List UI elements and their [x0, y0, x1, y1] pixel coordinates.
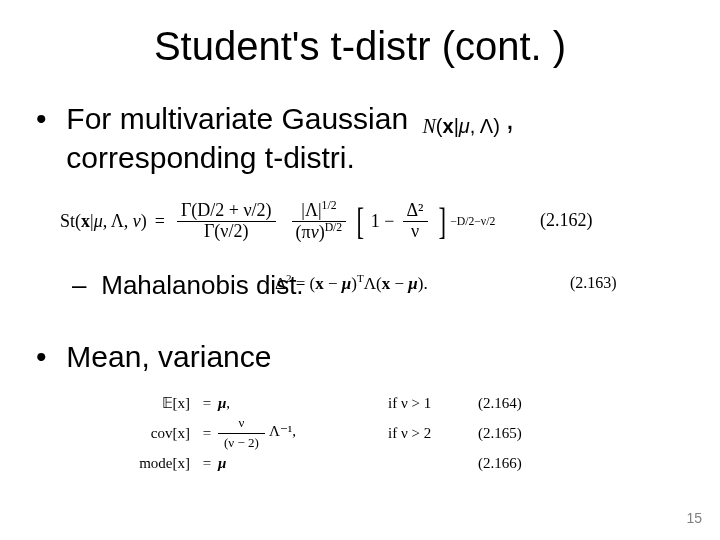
- cov-lhs: cov[x]: [120, 423, 196, 444]
- bullet-mean-variance: • Mean, variance: [36, 340, 271, 374]
- left-bracket-icon: [: [357, 202, 365, 240]
- cov-frac-den: (ν − 2): [218, 434, 265, 452]
- equation-2-163: Δ2 = (x − μ)TΛ(x − μ).: [275, 272, 428, 294]
- equation-number-2-166: (2.166): [478, 453, 548, 474]
- equation-number-2-163: (2.163): [570, 274, 617, 292]
- cov-frac-num: ν: [218, 414, 265, 433]
- equation-number-2-164: (2.164): [478, 393, 548, 414]
- cov-rhs: ν (ν − 2) Λ⁻¹,: [218, 414, 388, 451]
- mean-variance-equations: 𝔼[x] = μ, if ν > 1 (2.164) cov[x] = ν (ν…: [120, 388, 548, 478]
- eq162-exponent: −D/2−ν/2: [450, 215, 495, 228]
- bullet-mahalanobis-text: Mahalanobis dist.: [101, 270, 303, 300]
- slide: Student's t-distr (cont. ) • For multiva…: [0, 0, 720, 540]
- eq162-bracket-inner: 1 − Δ² ν: [371, 201, 432, 242]
- mode-lhs: mode[x]: [120, 453, 196, 474]
- equation-2-162: St(x|μ, Λ, ν) = Γ(D/2 + ν/2) Γ(ν/2) |Λ|1…: [60, 200, 495, 243]
- slide-title: Student's t-distr (cont. ): [0, 24, 720, 69]
- mode-rhs: μ: [218, 453, 388, 474]
- equals-icon-2: =: [196, 423, 218, 444]
- bullet-mean-variance-text: Mean, variance: [66, 340, 271, 373]
- expectation-cond: if ν > 1: [388, 393, 478, 414]
- expectation-rhs: μ,: [218, 393, 388, 414]
- eq162-det-frac: |Λ|1/2 (πν)D/2: [292, 200, 347, 243]
- cov-cond: if ν > 2: [388, 423, 478, 444]
- equals-icon: =: [196, 393, 218, 414]
- bullet-dot-icon-2: •: [36, 340, 58, 374]
- eq162-gamma-frac: Γ(D/2 + ν/2) Γ(ν/2): [177, 201, 276, 242]
- bullet-text-a: For multivariate Gaussian: [66, 102, 408, 135]
- eq-2-165: cov[x] = ν (ν − 2) Λ⁻¹, if ν > 2 (2.165): [120, 418, 548, 448]
- bullet-multivariate-body: For multivariate Gaussian N(x|μ, Λ) , co…: [66, 100, 686, 177]
- eq162-gamma-den: Γ(ν/2): [177, 222, 276, 242]
- bullet-dot-icon: •: [36, 100, 58, 138]
- eq162-det-den: (πν)D/2: [292, 222, 347, 243]
- eq162-det-num: |Λ|1/2: [292, 200, 347, 222]
- cov-frac: ν (ν − 2): [218, 414, 265, 451]
- bullet-mahalanobis: – Mahalanobis dist.: [72, 270, 304, 301]
- dash-icon: –: [72, 270, 94, 301]
- bullet-multivariate: • For multivariate Gaussian N(x|μ, Λ) , …: [36, 100, 686, 177]
- eq162-delta-frac: Δ² ν: [403, 201, 428, 242]
- eq162-lhs: St(x|μ, Λ, ν): [60, 211, 147, 232]
- eq-2-166: mode[x] = μ (2.166): [120, 448, 548, 478]
- cov-tail: Λ⁻¹,: [269, 423, 296, 439]
- equation-number-2-165: (2.165): [478, 423, 548, 444]
- eq162-equals: =: [155, 211, 165, 232]
- eq162-one-minus: 1 −: [371, 211, 399, 232]
- eq162-delta-den: ν: [403, 222, 428, 242]
- eq162-delta-num: Δ²: [403, 201, 428, 222]
- expectation-lhs: 𝔼[x]: [120, 393, 196, 414]
- eq162-gamma-num: Γ(D/2 + ν/2): [177, 201, 276, 222]
- page-number: 15: [686, 510, 702, 526]
- equation-number-2-162: (2.162): [540, 210, 593, 231]
- gaussian-symbol: N(x|μ, Λ): [416, 114, 505, 139]
- equals-icon-3: =: [196, 453, 218, 474]
- right-bracket-icon: ]: [438, 202, 446, 240]
